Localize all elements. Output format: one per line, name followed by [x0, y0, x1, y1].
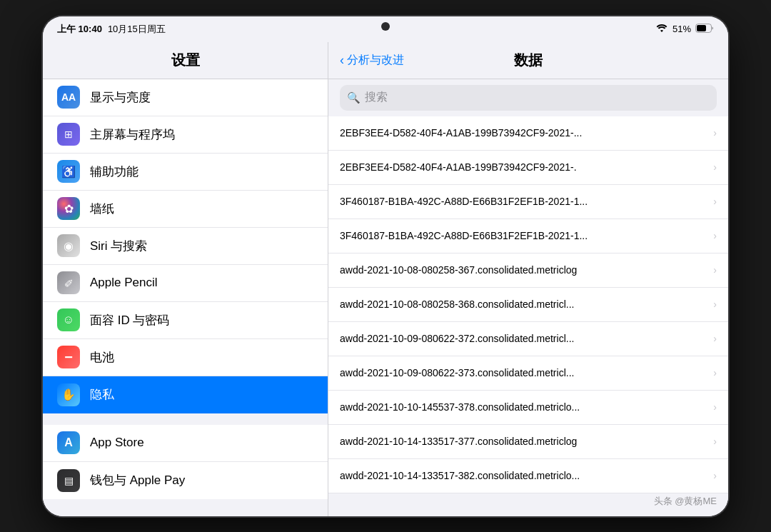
sidebar-separator	[43, 413, 328, 425]
data-item-chevron-icon: ›	[713, 298, 717, 310]
data-item-chevron-icon: ›	[713, 264, 717, 276]
svg-rect-1	[697, 25, 706, 31]
sidebar-item-wallpaper[interactable]: ✿ 墙纸	[43, 191, 328, 228]
data-list-item[interactable]: awdd-2021-10-14-133517-382.consolidated.…	[328, 459, 728, 493]
data-item-chevron-icon: ›	[713, 401, 717, 413]
status-right: 51%	[655, 24, 714, 35]
data-list-item[interactable]: awdd-2021-10-08-080258-368.consolidated.…	[328, 288, 728, 322]
pencil-icon: ✏	[57, 271, 80, 294]
data-list-item[interactable]: awdd-2021-10-08-080258-367.consolidated.…	[328, 254, 728, 288]
sidebar-label-accessibility: 辅助功能	[90, 164, 138, 180]
appstore-icon: A	[57, 431, 80, 454]
right-header: ‹ 分析与改进 数据	[328, 42, 728, 79]
back-button[interactable]: ‹ 分析与改进	[340, 53, 404, 68]
camera-notch	[381, 22, 390, 31]
data-item-text: 2EBF3EE4-D582-40F4-A1AB-199B73942CF9-202…	[340, 127, 707, 139]
data-item-text: awdd-2021-10-08-080258-367.consolidated.…	[340, 264, 707, 276]
watermark: 头条 @黄杨ME	[654, 495, 717, 508]
main-content: 设置 AA 显示与亮度 ⊞	[43, 42, 728, 516]
sidebar-label-privacy: 隐私	[90, 386, 114, 403]
data-item-text: awdd-2021-10-14-133517-377.consolidated.…	[340, 436, 707, 447]
back-label: 分析与改进	[347, 53, 404, 68]
data-list-item[interactable]: 2EBF3EE4-D582-40F4-A1AB-199B73942CF9-202…	[328, 151, 728, 185]
accessibility-icon: ♿	[57, 160, 80, 183]
sidebar-label-faceid: 面容 ID 与密码	[90, 312, 169, 328]
sidebar-label-homescreen: 主屏幕与程序坞	[90, 126, 175, 143]
data-item-chevron-icon: ›	[713, 367, 717, 378]
screen: 上午 10:40 10月15日周五 51%	[43, 16, 728, 516]
sidebar-item-accessibility[interactable]: ♿ 辅助功能	[43, 154, 328, 191]
data-item-chevron-icon: ›	[713, 333, 717, 344]
data-item-chevron-icon: ›	[713, 436, 717, 447]
sidebar-label-display: 显示与亮度	[90, 89, 151, 106]
data-item-chevron-icon: ›	[713, 470, 717, 481]
sidebar-label-wallpaper: 墙纸	[90, 201, 114, 217]
data-list-item[interactable]: 3F460187-B1BA-492C-A88D-E66B31F2EF1B-202…	[328, 219, 728, 254]
data-list-item[interactable]: 2EBF3EE4-D582-40F4-A1AB-199B73942CF9-202…	[328, 116, 728, 151]
data-list: 2EBF3EE4-D582-40F4-A1AB-199B73942CF9-202…	[328, 116, 728, 516]
wifi-icon	[655, 24, 668, 35]
sidebar-item-appstore[interactable]: A App Store	[43, 425, 328, 462]
status-time: 上午 10:40	[57, 23, 102, 36]
sidebar-section-1: AA 显示与亮度 ⊞ 主屏幕与程序坞	[43, 79, 328, 413]
display-icon: AA	[57, 86, 80, 109]
wallpaper-icon: ✿	[57, 197, 80, 220]
data-item-chevron-icon: ›	[713, 161, 717, 173]
data-list-item[interactable]: awdd-2021-10-10-145537-378.consolidated.…	[328, 391, 728, 425]
battery-icon	[695, 24, 714, 35]
sidebar-label-siri: Siri 与搜索	[90, 238, 147, 254]
data-item-text: awdd-2021-10-09-080622-372.consolidated.…	[340, 333, 707, 344]
sidebar: 设置 AA 显示与亮度 ⊞	[43, 42, 328, 516]
data-item-chevron-icon: ›	[713, 196, 717, 207]
battery-setting-icon: −	[57, 346, 80, 368]
right-panel-title: 数据	[514, 51, 543, 70]
sidebar-title: 设置	[171, 51, 200, 70]
data-list-item[interactable]: awdd-2021-10-09-080622-373.consolidated.…	[328, 356, 728, 391]
sidebar-item-wallet[interactable]: ▤ 钱包与 Apple Pay	[43, 462, 328, 499]
status-date: 10月15日周五	[108, 23, 166, 36]
data-item-text: 3F460187-B1BA-492C-A88D-E66B31F2EF1B-202…	[340, 196, 707, 207]
data-item-text: awdd-2021-10-14-133517-382.consolidated.…	[340, 470, 707, 481]
device-frame: 上午 10:40 10月15日周五 51%	[43, 16, 728, 516]
sidebar-item-display[interactable]: AA 显示与亮度	[43, 79, 328, 116]
faceid-icon: ☺	[57, 308, 80, 331]
data-list-item[interactable]: awdd-2021-10-14-133517-377.consolidated.…	[328, 425, 728, 459]
sidebar-label-wallet: 钱包与 Apple Pay	[90, 472, 185, 488]
homescreen-icon: ⊞	[57, 123, 80, 146]
siri-icon: ◉	[57, 234, 80, 257]
wallet-icon: ▤	[57, 469, 80, 492]
data-item-text: awdd-2021-10-08-080258-368.consolidated.…	[340, 298, 707, 310]
sidebar-list: AA 显示与亮度 ⊞ 主屏幕与程序坞	[43, 79, 328, 516]
sidebar-item-privacy[interactable]: ✋ 隐私	[43, 376, 328, 413]
sidebar-item-battery[interactable]: − 电池	[43, 339, 328, 376]
search-placeholder: 搜索	[365, 90, 388, 105]
data-list-item[interactable]: awdd-2021-10-09-080622-372.consolidated.…	[328, 322, 728, 356]
data-list-item[interactable]: 3F460187-B1BA-492C-A88D-E66B31F2EF1B-202…	[328, 185, 728, 219]
battery-percent: 51%	[672, 24, 691, 34]
privacy-icon: ✋	[57, 383, 80, 406]
sidebar-label-battery: 电池	[90, 349, 114, 366]
data-item-text: 2EBF3EE4-D582-40F4-A1AB-199B73942CF9-202…	[340, 161, 707, 173]
search-icon: 🔍	[347, 91, 361, 104]
sidebar-item-faceid[interactable]: ☺ 面容 ID 与密码	[43, 302, 328, 339]
search-bar[interactable]: 🔍 搜索	[340, 85, 717, 111]
back-chevron-icon: ‹	[340, 53, 344, 68]
sidebar-header: 设置	[43, 42, 328, 79]
data-item-text: awdd-2021-10-09-080622-373.consolidated.…	[340, 367, 707, 378]
sidebar-item-siri[interactable]: ◉ Siri 与搜索	[43, 228, 328, 265]
search-bar-container: 🔍 搜索	[328, 79, 728, 116]
sidebar-label-pencil: Apple Pencil	[90, 276, 158, 290]
sidebar-label-appstore: App Store	[90, 436, 144, 450]
data-item-chevron-icon: ›	[713, 230, 717, 241]
data-item-text: 3F460187-B1BA-492C-A88D-E66B31F2EF1B-202…	[340, 230, 707, 241]
right-panel: ‹ 分析与改进 数据 🔍 搜索 2EBF3EE4-D582-40F4-A1AB-…	[328, 42, 728, 516]
sidebar-item-homescreen[interactable]: ⊞ 主屏幕与程序坞	[43, 116, 328, 154]
sidebar-section-2: A App Store ▤ 钱包与 Apple Pay	[43, 425, 328, 499]
data-item-chevron-icon: ›	[713, 127, 717, 139]
data-item-text: awdd-2021-10-10-145537-378.consolidated.…	[340, 401, 707, 413]
sidebar-item-pencil[interactable]: ✏ Apple Pencil	[43, 265, 328, 302]
